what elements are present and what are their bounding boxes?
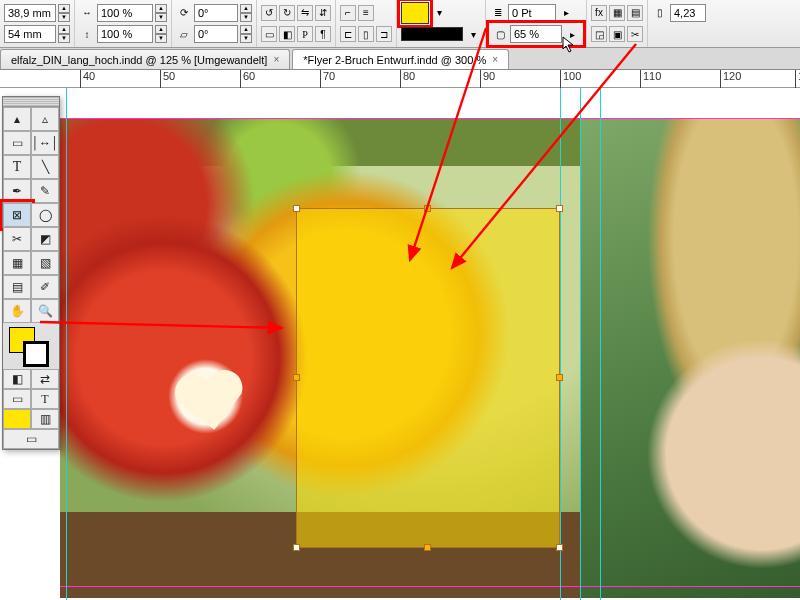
guide-horizontal[interactable] xyxy=(60,586,800,587)
text-wrap-none-icon[interactable]: ▦ xyxy=(609,5,625,21)
stroke-weight-dropdown-icon[interactable]: ▸ xyxy=(558,5,574,21)
scale-y-field[interactable]: 100 % xyxy=(97,25,153,43)
selected-rectangle[interactable] xyxy=(296,208,560,548)
rotate-ccw-icon[interactable]: ↺ xyxy=(261,5,277,21)
opacity-field[interactable]: 65 % xyxy=(510,25,562,43)
document-tab[interactable]: elfalz_DIN_lang_hoch.indd @ 125 % [Umgew… xyxy=(0,49,290,69)
document-tab-label: *Flyer 2-Bruch Entwurf.indd @ 300 % xyxy=(303,54,486,66)
y-stepper[interactable]: ▲▼ xyxy=(58,25,70,43)
select-content-icon[interactable]: ◧ xyxy=(279,26,295,42)
stroke-weight-field[interactable]: 0 Pt xyxy=(508,4,556,22)
default-colors-icon[interactable]: ◧ xyxy=(3,369,31,389)
apply-gradient-icon[interactable]: ▥ xyxy=(31,409,59,429)
hand-tool[interactable]: ✋ xyxy=(3,299,31,323)
note-tool[interactable]: ▤ xyxy=(3,275,31,299)
close-icon[interactable]: × xyxy=(273,54,279,65)
resize-handle[interactable] xyxy=(293,205,300,212)
flip-v-icon[interactable]: ⇵ xyxy=(315,5,331,21)
fill-color-swatch[interactable] xyxy=(401,2,429,24)
paragraph-style-icon[interactable]: P xyxy=(297,26,313,42)
close-icon[interactable]: × xyxy=(492,54,498,65)
corner-options-icon[interactable]: ◲ xyxy=(591,26,607,42)
right-value: 4,23 xyxy=(674,7,695,19)
tools-panel[interactable]: ▴ ▵ ▭ │↔│ T ╲ ✒ ✎ ⊠ ◯ ✂ ◩ ▦ ▧ ▤ ✐ ✋ 🔍 ◧ … xyxy=(2,96,60,450)
fitting-icon[interactable]: ▣ xyxy=(609,26,625,42)
guide-vertical[interactable] xyxy=(66,88,67,600)
char-style-icon[interactable]: ¶ xyxy=(315,26,331,42)
canvas[interactable] xyxy=(60,88,800,600)
gradient-feather-tool[interactable]: ▧ xyxy=(31,251,59,275)
swap-colors-icon[interactable]: ⇄ xyxy=(31,369,59,389)
shear-field[interactable]: 0° xyxy=(194,25,238,43)
rotate-field[interactable]: 0° xyxy=(194,4,238,22)
document-tab-label: elfalz_DIN_lang_hoch.indd @ 125 % [Umgew… xyxy=(11,54,267,66)
scissors-tool[interactable]: ✂ xyxy=(3,227,31,251)
resize-handle[interactable] xyxy=(424,544,431,551)
guide-vertical[interactable] xyxy=(600,88,601,600)
page-tool[interactable]: ▭ xyxy=(3,131,31,155)
align-middle-icon[interactable]: ≡ xyxy=(358,5,374,21)
line-tool[interactable]: ╲ xyxy=(31,155,59,179)
gradient-swatch-tool[interactable]: ▦ xyxy=(3,251,31,275)
stroke-dropdown-icon[interactable]: ▾ xyxy=(465,26,481,42)
shear-stepper[interactable]: ▲▼ xyxy=(240,25,252,43)
view-mode-icon[interactable]: ▭ xyxy=(3,429,59,449)
resize-handle[interactable] xyxy=(293,374,300,381)
ellipse-tool[interactable]: ◯ xyxy=(31,203,59,227)
opacity-value: 65 % xyxy=(514,28,539,40)
stroke-weight-value: 0 Pt xyxy=(512,7,532,19)
zoom-tool[interactable]: 🔍 xyxy=(31,299,59,323)
rectangle-frame-tool[interactable]: ⊠ xyxy=(3,203,31,227)
gap-tool[interactable]: │↔│ xyxy=(31,131,59,155)
select-container-icon[interactable]: ▭ xyxy=(261,26,277,42)
resize-handle[interactable] xyxy=(556,374,563,381)
rotate-stepper[interactable]: ▲▼ xyxy=(240,4,252,22)
guide-horizontal[interactable] xyxy=(60,118,800,119)
ruler-mark: 90 xyxy=(483,70,495,82)
fill-dropdown-icon[interactable]: ▾ xyxy=(431,5,447,21)
ruler-mark: 120 xyxy=(723,70,741,82)
scale-y-icon: ↕ xyxy=(79,26,95,42)
ruler-mark: 110 xyxy=(643,70,661,82)
resize-handle[interactable] xyxy=(556,544,563,551)
panel-grip[interactable] xyxy=(3,97,59,107)
stroke-style-bar[interactable] xyxy=(401,27,463,41)
align-right-icon[interactable]: ⊐ xyxy=(376,26,392,42)
crop-icon[interactable]: ✂ xyxy=(627,26,643,42)
scale-y-stepper[interactable]: ▲▼ xyxy=(155,25,167,43)
type-tool[interactable]: T xyxy=(3,155,31,179)
guide-vertical[interactable] xyxy=(560,88,561,600)
cursor-icon xyxy=(562,36,576,54)
resize-handle[interactable] xyxy=(556,205,563,212)
selection-tool[interactable]: ▴ xyxy=(3,107,31,131)
free-transform-tool[interactable]: ◩ xyxy=(31,227,59,251)
align-center-icon[interactable]: ▯ xyxy=(358,26,374,42)
flip-h-icon[interactable]: ⇋ xyxy=(297,5,313,21)
align-left-icon[interactable]: ⊏ xyxy=(340,26,356,42)
horizontal-ruler[interactable]: 40 50 60 70 80 90 100 110 120 130 xyxy=(0,70,800,88)
x-stepper[interactable]: ▲▼ xyxy=(58,4,70,22)
align-top-icon[interactable]: ⌐ xyxy=(340,5,356,21)
frame-fitting-icon[interactable]: ▯ xyxy=(652,5,668,21)
guide-vertical[interactable] xyxy=(580,88,581,600)
text-wrap-bound-icon[interactable]: ▤ xyxy=(627,5,643,21)
rotate-cw-icon[interactable]: ↻ xyxy=(279,5,295,21)
direct-selection-tool[interactable]: ▵ xyxy=(31,107,59,131)
eyedropper-tool[interactable]: ✐ xyxy=(31,275,59,299)
resize-handle[interactable] xyxy=(424,205,431,212)
formatting-text-icon[interactable]: T xyxy=(31,389,59,409)
pencil-tool[interactable]: ✎ xyxy=(31,179,59,203)
pen-tool[interactable]: ✒ xyxy=(3,179,31,203)
right-value-field[interactable]: 4,23 xyxy=(670,4,706,22)
scale-x-stepper[interactable]: ▲▼ xyxy=(155,4,167,22)
document-tab-active[interactable]: *Flyer 2-Bruch Entwurf.indd @ 300 % × xyxy=(292,49,509,69)
scale-x-field[interactable]: 100 % xyxy=(97,4,153,22)
resize-handle[interactable] xyxy=(293,544,300,551)
stroke-well[interactable] xyxy=(23,341,49,367)
placed-image-man[interactable] xyxy=(580,118,800,598)
apply-color-icon[interactable] xyxy=(3,409,31,429)
x-position-field[interactable]: 38,9 mm xyxy=(4,4,56,22)
y-position-field[interactable]: 54 mm xyxy=(4,25,56,43)
formatting-container-icon[interactable]: ▭ xyxy=(3,389,31,409)
effects-icon[interactable]: fx xyxy=(591,5,607,21)
